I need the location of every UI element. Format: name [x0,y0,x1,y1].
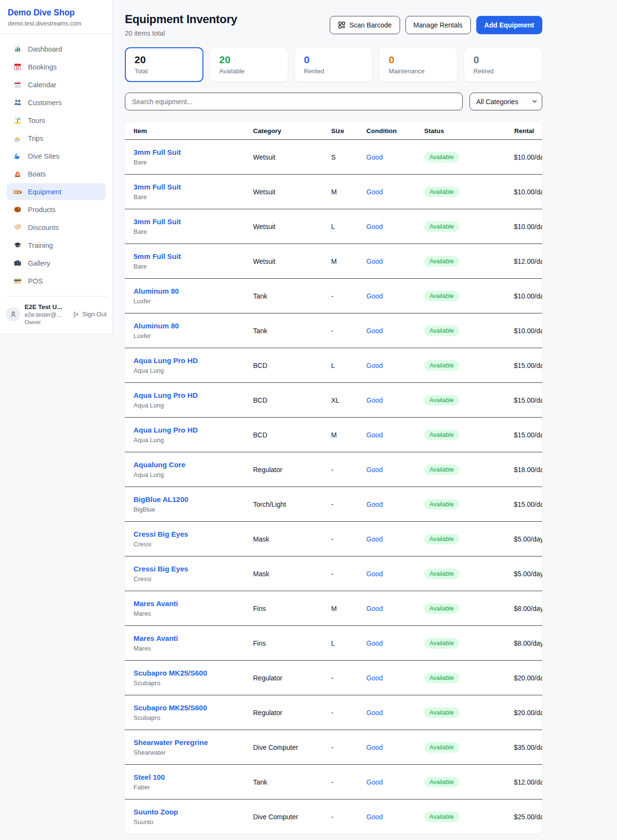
condition-link[interactable]: Good [366,744,383,751]
table-row-3mm-full-suit[interactable]: 3mm Full Suit Bare Wetsuit M Good Availa… [125,175,542,209]
scan-barcode-button[interactable]: Scan Barcode [330,16,400,34]
item-name-link[interactable]: Suunto Zoop [134,807,178,817]
item-name-link[interactable]: Scubapro MK25/S600 [134,668,207,678]
item-name-link[interactable]: Aqualung Core [134,460,186,470]
stat-card-total[interactable]: 20 Total [125,47,203,82]
item-name-link[interactable]: Aqua Lung Pro HD [134,425,198,435]
sidebar-item-gallery[interactable]: Gallery [7,255,106,271]
table-row-cressi-big-eyes[interactable]: Cressi Big Eyes Cressi Mask - Good Avail… [125,556,542,591]
category-select[interactable]: All Categories [469,93,542,110]
condition-link[interactable]: Good [366,188,383,196]
item-name-link[interactable]: Aluminum 80 [134,286,179,296]
sidebar-item-trips[interactable]: Trips [7,130,106,147]
table-row-3mm-full-suit[interactable]: 3mm Full Suit Bare Wetsuit L Good Availa… [125,209,542,244]
table-row-3mm-full-suit[interactable]: 3mm Full Suit Bare Wetsuit S Good Availa… [125,140,542,175]
item-name-link[interactable]: BigBlue AL1200 [134,495,188,504]
speedboat-icon [13,134,22,142]
condition-link[interactable]: Good [366,570,383,578]
item-name-link[interactable]: Cressi Big Eyes [134,564,188,574]
table-row-aqua-lung-pro-hd[interactable]: Aqua Lung Pro HD Aqua Lung BCD M Good Av… [125,418,542,452]
sign-out-button[interactable]: Sign Out [73,311,107,318]
brand-title[interactable]: Demo Dive Shop [8,8,105,18]
item-name-link[interactable]: Shearwater Peregrine [134,738,208,747]
table-row-shearwater-peregrine[interactable]: Shearwater Peregrine Shearwater Dive Com… [125,730,542,765]
sidebar-item-boats[interactable]: Boats [7,165,106,182]
sidebar-item-dive-sites[interactable]: Dive Sites [7,148,106,164]
table-row-scubapro-mk25-s600[interactable]: Scubapro MK25/S600 Scubapro Regulator - … [125,661,542,695]
people-icon [13,98,22,107]
condition-link[interactable]: Good [366,223,383,230]
search-input[interactable] [125,93,463,110]
item-name-link[interactable]: Scubapro MK25/S600 [134,703,207,713]
table-row-scubapro-mk25-s600[interactable]: Scubapro MK25/S600 Scubapro Regulator - … [125,695,542,730]
stat-card-retired[interactable]: 0 Retired [464,47,542,82]
condition-link[interactable]: Good [366,466,383,474]
item-name-link[interactable]: Steel 100 [134,772,165,782]
condition-link[interactable]: Good [366,813,383,821]
condition-link[interactable]: Good [366,674,383,682]
filter-row: All Categories [125,93,542,110]
condition-link[interactable]: Good [366,605,383,612]
table-row-aqualung-core[interactable]: Aqualung Core Aqua Lung Regulator - Good… [125,452,542,487]
item-rental-rate: $8.00/day [506,591,542,626]
add-equipment-button[interactable]: Add Equipment [476,16,542,34]
condition-link[interactable]: Good [366,153,383,161]
condition-link[interactable]: Good [366,778,383,786]
table-row-mares-avanti[interactable]: Mares Avanti Mares Fins L Good Available [125,626,542,661]
item-name-link[interactable]: Cressi Big Eyes [134,529,188,539]
sidebar-item-training[interactable]: Training [7,237,106,254]
bar-chart-icon [13,45,22,53]
sidebar-item-pos[interactable]: POS [7,272,106,289]
item-name-link[interactable]: Mares Avanti [134,599,178,609]
column-header-item: Item [125,122,245,140]
table-row-aluminum-80[interactable]: Aluminum 80 Luxfer Tank - Good Available [125,313,542,348]
condition-link[interactable]: Good [366,501,383,508]
item-name-link[interactable]: 3mm Full Suit [134,217,181,227]
item-name-link[interactable]: Aluminum 80 [134,321,179,331]
stat-card-rented[interactable]: 0 Rented [295,47,373,82]
table-row-aqua-lung-pro-hd[interactable]: Aqua Lung Pro HD Aqua Lung BCD L Good Av… [125,348,542,383]
sidebar-item-bookings[interactable]: 17 Bookings [7,58,106,75]
item-size: M [323,418,359,452]
sidebar-item-discounts[interactable]: Discounts [7,219,106,236]
condition-link[interactable]: Good [366,327,383,335]
stat-card-maintenance[interactable]: 0 Maintenance [379,47,457,82]
sidebar-item-equipment[interactable]: Equipment [7,183,106,200]
condition-link[interactable]: Good [366,535,383,543]
item-name-link[interactable]: 3mm Full Suit [134,148,181,157]
table-row-cressi-big-eyes[interactable]: Cressi Big Eyes Cressi Mask - Good Avail… [125,522,542,556]
condition-link[interactable]: Good [366,362,383,369]
condition-link[interactable]: Good [366,396,383,404]
item-name-link[interactable]: 3mm Full Suit [134,182,181,192]
sidebar-nav: Dashboard 17 Bookings Calendar Customers [0,34,112,294]
item-brand: Bare [134,263,238,271]
manage-rentals-button[interactable]: Manage Rentals [405,16,471,34]
category-select-input[interactable]: All Categories [469,93,542,110]
item-name-link[interactable]: Mares Avanti [134,634,178,643]
sidebar-item-label: Tours [28,117,45,124]
sidebar-item-products[interactable]: Products [7,201,106,218]
table-row-aqua-lung-pro-hd[interactable]: Aqua Lung Pro HD Aqua Lung BCD XL Good A… [125,383,542,418]
table-row-steel-100[interactable]: Steel 100 Faber Tank - Good Available [125,765,542,799]
table-row-mares-avanti[interactable]: Mares Avanti Mares Fins M Good Available [125,591,542,626]
item-brand: Mares [134,645,238,652]
condition-link[interactable]: Good [366,709,383,717]
sidebar-item-customers[interactable]: Customers [7,94,106,111]
table-row-aluminum-80[interactable]: Aluminum 80 Luxfer Tank - Good Available [125,279,542,313]
item-rental-rate: $20.00/day [506,661,542,695]
condition-link[interactable]: Good [366,431,383,439]
item-name-link[interactable]: Aqua Lung Pro HD [134,356,198,366]
table-row-suunto-zoop[interactable]: Suunto Zoop Suunto Dive Computer - Good … [125,799,542,834]
condition-link[interactable]: Good [366,292,383,300]
condition-link[interactable]: Good [366,639,383,647]
stat-card-available[interactable]: 20 Available [210,47,288,82]
item-name-link[interactable]: 5mm Full Suit [134,252,181,261]
item-name-link[interactable]: Aqua Lung Pro HD [134,391,198,400]
status-badge: Available [424,812,459,822]
sidebar-item-calendar[interactable]: Calendar [7,76,106,93]
table-row-bigblue-al1200[interactable]: BigBlue AL1200 BigBlue Torch/Light - Goo… [125,487,542,522]
sidebar-item-tours[interactable]: Tours [7,112,106,129]
sidebar-item-dashboard[interactable]: Dashboard [7,41,106,57]
condition-link[interactable]: Good [366,257,383,265]
table-row-5mm-full-suit[interactable]: 5mm Full Suit Bare Wetsuit M Good Availa… [125,244,542,279]
